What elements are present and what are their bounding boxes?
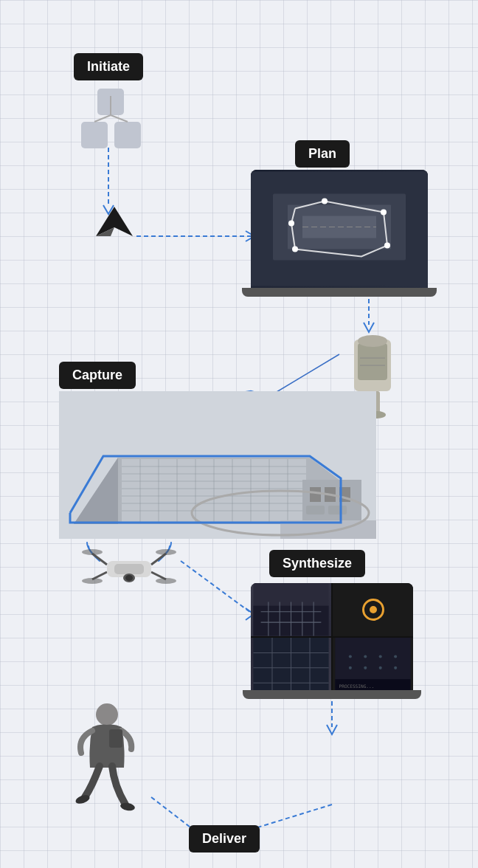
svg-point-19 [322, 199, 328, 204]
svg-point-72 [125, 575, 133, 581]
plan-label: Plan [295, 140, 350, 168]
synthesize-screen-grid: PROCESSING... [251, 583, 413, 690]
svg-line-5 [181, 561, 251, 613]
drone [81, 531, 177, 590]
svg-rect-56 [306, 506, 325, 514]
svg-text:PROCESSING...: PROCESSING... [339, 683, 375, 689]
svg-point-68 [156, 578, 176, 584]
svg-point-66 [156, 549, 176, 555]
synth-cell-1 [251, 583, 331, 636]
brand-arrow-icon [96, 207, 133, 236]
initiate-label: Initiate [74, 53, 143, 80]
capture-label: Capture [59, 362, 136, 389]
synth-cell-2 [333, 583, 413, 636]
warehouse-aerial [59, 391, 376, 539]
svg-point-99 [394, 666, 397, 669]
svg-point-94 [379, 655, 382, 658]
plan-laptop [251, 170, 428, 288]
synthesize-laptop-screen: PROCESSING... [251, 583, 413, 690]
synthesize-label: Synthesize [269, 550, 365, 577]
deliver-label: Deliver [189, 825, 260, 852]
svg-point-23 [288, 221, 294, 227]
svg-point-96 [349, 666, 352, 669]
plan-laptop-base [242, 288, 437, 297]
svg-point-92 [349, 655, 352, 658]
svg-point-26 [358, 335, 387, 347]
svg-rect-70 [114, 564, 144, 574]
svg-point-95 [394, 655, 397, 658]
svg-point-21 [384, 243, 390, 249]
svg-point-93 [364, 655, 367, 658]
svg-rect-25 [358, 343, 387, 380]
svg-point-100 [96, 703, 118, 726]
svg-point-65 [82, 549, 103, 555]
svg-point-97 [364, 666, 367, 669]
svg-rect-57 [328, 506, 347, 514]
field-person [66, 701, 148, 819]
target-icon [362, 599, 384, 621]
synth-cell-4: PROCESSING... [333, 638, 413, 691]
svg-line-10 [111, 115, 128, 122]
svg-point-20 [381, 210, 387, 216]
svg-point-98 [379, 666, 382, 669]
synth-cell-3 [251, 638, 331, 691]
svg-marker-12 [96, 207, 133, 236]
svg-point-67 [82, 578, 103, 584]
svg-point-22 [292, 247, 298, 252]
synthesize-laptop-base [243, 690, 421, 699]
plan-laptop-screen [251, 170, 428, 288]
svg-line-61 [92, 554, 107, 565]
svg-line-9 [94, 115, 111, 122]
svg-rect-53 [310, 487, 321, 502]
plan-screen-content [251, 170, 428, 288]
synthesize-laptop: PROCESSING... [251, 583, 413, 690]
svg-line-62 [151, 554, 166, 565]
svg-rect-101 [109, 729, 122, 748]
